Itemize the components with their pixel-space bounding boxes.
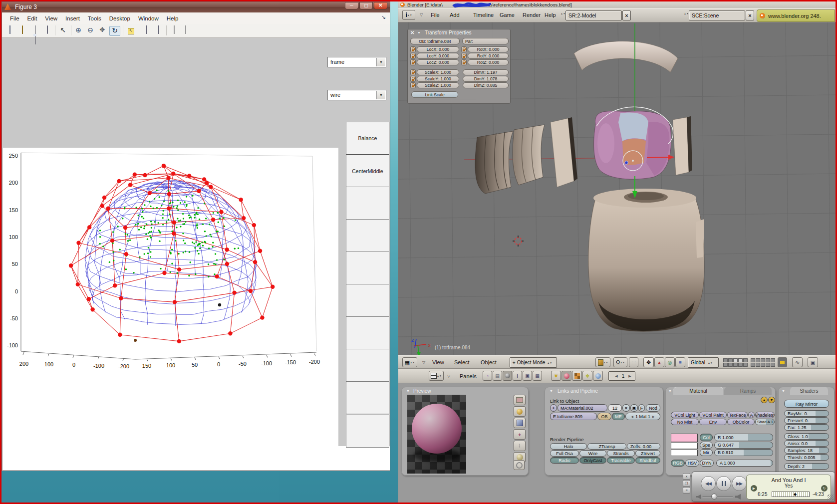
- material-unlink-button[interactable]: ×: [622, 404, 630, 412]
- scene-close-button[interactable]: ×: [746, 10, 754, 20]
- layer-toggle[interactable]: [723, 363, 728, 367]
- menu-help[interactable]: Help: [545, 12, 556, 18]
- lock-icon[interactable]: [461, 46, 467, 52]
- colorbar-icon[interactable]: [142, 26, 152, 35]
- legend-icon[interactable]: [154, 26, 164, 35]
- dimx-field[interactable]: DimX: 1.197: [463, 69, 509, 75]
- thresh-slider[interactable]: Thresh: 0.005: [784, 454, 829, 461]
- layer-toggle[interactable]: [728, 358, 733, 362]
- list-cell[interactable]: [346, 349, 389, 382]
- menu-render[interactable]: Render: [523, 12, 541, 18]
- material-name-field[interactable]: MA:Material.002: [558, 404, 607, 412]
- volume-knob[interactable]: [711, 494, 717, 500]
- open-file-icon[interactable]: [17, 26, 27, 35]
- layer-toggle[interactable]: [733, 363, 738, 367]
- panel-close-icon[interactable]: ✕: [410, 30, 414, 35]
- layer-toggle[interactable]: [766, 358, 770, 362]
- print-icon[interactable]: [42, 26, 52, 35]
- material-slot-stepper[interactable]: ◀1 Mat 1▶: [625, 413, 660, 420]
- panel-collapse-icon[interactable]: ▼: [406, 389, 410, 393]
- scale-manipulator-icon[interactable]: ■: [675, 357, 685, 367]
- volume-track[interactable]: [702, 496, 733, 498]
- centermiddle-button[interactable]: CenterMiddle: [346, 154, 389, 187]
- snap-icon[interactable]: ⬚: [629, 357, 638, 367]
- tab-ramps[interactable]: Ramps: [724, 387, 772, 395]
- diffuse-color-swatch[interactable]: [671, 434, 698, 442]
- screen-close-button[interactable]: ×: [622, 10, 631, 20]
- depth-slider[interactable]: Depth: 2: [784, 463, 829, 470]
- col-button[interactable]: Col: [700, 434, 713, 441]
- mir-button[interactable]: Mir: [700, 449, 713, 456]
- link-scale-button[interactable]: Link Scale: [411, 91, 458, 98]
- menu-add[interactable]: Add: [450, 12, 460, 18]
- alpha-slider[interactable]: A 1.000: [716, 460, 773, 467]
- chevron-down-icon[interactable]: ▼: [376, 91, 385, 99]
- zoffs-slider[interactable]: Zoffs: 0.00: [627, 443, 660, 450]
- lock-icon[interactable]: [410, 59, 416, 65]
- rotate3d-icon[interactable]: ↻: [109, 26, 120, 36]
- preview-monkey-icon[interactable]: ♦: [514, 429, 526, 440]
- specular-color-swatch[interactable]: [671, 443, 698, 449]
- menu-window[interactable]: Window: [138, 15, 159, 21]
- list-cell[interactable]: [346, 187, 389, 220]
- object-context-icon[interactable]: ✛: [513, 371, 522, 381]
- zoom-in-icon[interactable]: ⊕: [73, 26, 83, 35]
- draw-type-icon[interactable]: ▲▼: [595, 357, 610, 367]
- fake-user-button[interactable]: F: [638, 404, 645, 412]
- resize-grip[interactable]: [828, 495, 834, 501]
- layer-toggle[interactable]: [733, 358, 738, 362]
- menu-insert[interactable]: Insert: [65, 15, 80, 21]
- shadbuf-toggle[interactable]: Shadbuf: [635, 457, 660, 464]
- menu-select[interactable]: Select: [454, 359, 470, 365]
- strands-toggle[interactable]: Strands: [607, 450, 635, 457]
- env-toggle[interactable]: Env: [699, 419, 727, 425]
- me-toggle[interactable]: ME: [612, 413, 625, 420]
- world-subcontext-icon[interactable]: [593, 371, 603, 381]
- material-browse-button[interactable]: ⇕: [550, 404, 557, 412]
- blender-titlebar[interactable]: Blender [E:\data\atients\reference\frame…: [398, 1, 836, 8]
- scalex-field[interactable]: ScaleX: 1.000: [417, 69, 459, 75]
- lock-icon[interactable]: [410, 46, 416, 52]
- menu-desktop[interactable]: Desktop: [109, 15, 130, 21]
- auto-name-icon[interactable]: ▣: [630, 404, 638, 412]
- rotate-manipulator-icon[interactable]: ◎: [665, 357, 675, 367]
- wire-dropdown[interactable]: wire ▼: [327, 90, 386, 100]
- seek-bar[interactable]: ◆: [772, 492, 810, 497]
- pivot-icon[interactable]: Ω▲▼: [613, 357, 627, 367]
- preview-refresh-icon[interactable]: [514, 460, 525, 470]
- fullosa-toggle[interactable]: Full Osa: [550, 450, 579, 457]
- locx-field[interactable]: LocX: 0.000: [417, 46, 459, 52]
- nodes-button[interactable]: Nod: [646, 404, 660, 412]
- menu-timeline[interactable]: Timeline: [473, 12, 494, 18]
- frame-number-field[interactable]: ◀1▶: [608, 371, 635, 381]
- lock-icon[interactable]: [461, 59, 467, 65]
- matlab-3d-plot[interactable]: 250200150100500-50-1002001000-100-200150…: [3, 148, 338, 470]
- texface-toggle[interactable]: TexFace: [727, 412, 748, 418]
- ob-toggle[interactable]: OB: [597, 413, 611, 420]
- object-name-field[interactable]: E:totframe.809: [550, 413, 597, 420]
- preview-cube-icon[interactable]: [514, 418, 526, 428]
- maximize-button[interactable]: ▢: [359, 2, 373, 9]
- texture-subcontext-icon[interactable]: [572, 371, 582, 381]
- layer-toggle[interactable]: [738, 363, 743, 367]
- collapse-menu-icon[interactable]: ▽: [420, 12, 423, 17]
- lock-layers-icon[interactable]: [778, 357, 787, 367]
- fresnel-slider[interactable]: Fresnel: 0.: [784, 417, 829, 424]
- scalez-field[interactable]: ScaleZ: 1.000: [417, 82, 459, 88]
- locz-field[interactable]: LocZ: 0.000: [417, 59, 459, 65]
- scene-context-icon[interactable]: ▦: [533, 371, 542, 381]
- layer-toggle[interactable]: [771, 363, 775, 367]
- panels-menu[interactable]: Panels: [460, 373, 477, 379]
- menu-tools[interactable]: Tools: [88, 15, 101, 21]
- screen-selector[interactable]: SR:2-Model: [565, 10, 622, 20]
- parent-field[interactable]: Par:: [462, 38, 509, 44]
- shading-context-icon[interactable]: [503, 371, 512, 381]
- menu-game[interactable]: Game: [500, 12, 515, 18]
- editor-type-icon[interactable]: ▲▼: [429, 371, 444, 381]
- preview-flat-icon[interactable]: [514, 395, 526, 405]
- player-close-icon[interactable]: x: [683, 473, 690, 480]
- pause-button[interactable]: [716, 476, 731, 491]
- layer-toggle[interactable]: [766, 363, 770, 367]
- menu-file[interactable]: File: [431, 12, 440, 18]
- menu-help[interactable]: Help: [167, 15, 179, 21]
